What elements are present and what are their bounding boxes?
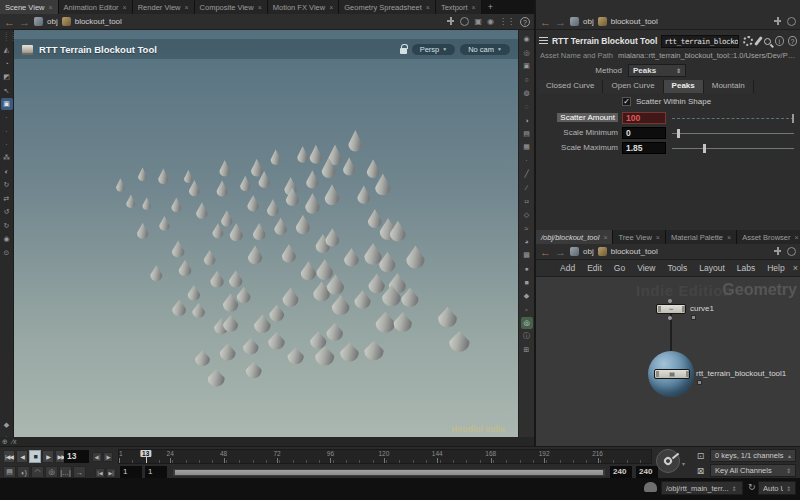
menu-view[interactable]: View — [631, 261, 661, 275]
tab-tree-view[interactable]: Tree View× — [613, 230, 665, 244]
status-ghost-icon[interactable] — [644, 482, 657, 492]
pin-pane-icon[interactable] — [773, 247, 782, 256]
node-label-rtt-terrain-blockout-tool1[interactable]: rtt_terrain_blockout_tool1 — [696, 369, 786, 378]
radial-menu-icon[interactable] — [787, 17, 796, 26]
tab-motion-fx-view[interactable]: Motion FX View× — [268, 0, 339, 14]
info-icon[interactable]: i — [775, 36, 784, 46]
node-output-stub[interactable] — [668, 316, 672, 320]
tab-asset-browser[interactable]: Asset Browser× — [737, 230, 800, 244]
menu-labs[interactable]: Labs — [731, 261, 761, 275]
help-icon[interactable]: ? — [788, 36, 797, 46]
keys-summary-dropdown[interactable]: 0 keys, 1/1 channels▴ — [710, 449, 796, 462]
radial-menu-icon[interactable] — [787, 247, 796, 256]
refresh-icon[interactable]: ↻ — [748, 482, 756, 492]
key-options-chevron-icon[interactable]: ▾ — [682, 460, 685, 467]
display-points-icon[interactable]: ○ — [521, 74, 533, 86]
scale-minimum-slider[interactable] — [672, 133, 794, 134]
range-end-field[interactable]: 240 — [610, 466, 632, 478]
menu-help[interactable]: Help — [761, 261, 790, 275]
key-menu-dropdown[interactable]: Key All Channels⇕ — [710, 464, 796, 477]
help-icon[interactable]: ? — [520, 17, 530, 27]
nav-back-icon[interactable]: ← — [4, 17, 15, 27]
orbit-tool-icon[interactable]: ⇄ — [1, 193, 13, 205]
menu-go[interactable]: Go — [608, 261, 631, 275]
clipboard-flipbook-icon[interactable]: ▤ — [3, 466, 16, 478]
display-markers-icon[interactable]: ◑ — [521, 114, 533, 126]
measure-tool-icon[interactable]: ╱ — [521, 168, 533, 180]
secure-selection-lock-icon[interactable]: ▣ — [1, 98, 13, 110]
cube-display-icon[interactable]: ■ — [521, 276, 533, 288]
node-badge-icon[interactable] — [697, 380, 702, 385]
info-circle-icon[interactable]: ⓘ — [521, 330, 533, 342]
follow-playhead-icon[interactable]: → — [73, 466, 86, 478]
nav-back-icon[interactable]: ← — [540, 17, 551, 27]
pin-pane-icon[interactable] — [773, 17, 782, 26]
primitive-mode-icon[interactable]: · — [1, 139, 13, 151]
hide-other-objects-icon[interactable]: ◉ — [521, 33, 533, 45]
folder-tab-closed-curve[interactable]: Closed Curve — [538, 80, 603, 93]
close-tab-icon[interactable]: × — [603, 234, 607, 241]
global-end-field[interactable]: 240 — [636, 466, 658, 478]
tab-animation-editor[interactable]: Animation Editor× — [59, 0, 133, 14]
step-forward-button[interactable]: |▶ — [103, 452, 113, 462]
character-shelf-icon[interactable]: ◆ — [1, 419, 13, 431]
node-curve1[interactable]: ∼ — [656, 304, 686, 314]
tab-material-palette[interactable]: Material Palette× — [666, 230, 737, 244]
playhead-marker[interactable]: 13 — [140, 450, 151, 457]
folder-tab-open-curve[interactable]: Open Curve — [603, 80, 663, 93]
expression-pen-icon[interactable]: ∕x — [12, 438, 17, 445]
node-name-field[interactable]: rtt_terrain_blockout_tool1 — [661, 35, 738, 48]
annotate-tool-icon[interactable]: ∕ — [521, 182, 533, 194]
radial-menu-icon[interactable] — [460, 17, 469, 26]
current-frame-field[interactable]: 13 — [64, 450, 89, 463]
close-tab-icon[interactable]: × — [794, 234, 798, 241]
realtime-clock-icon[interactable]: ◎ — [45, 466, 58, 478]
stop-button[interactable]: ■ — [29, 450, 41, 463]
lock-camera-icon[interactable]: ▣ — [521, 60, 533, 72]
camera-persp-button[interactable]: Persp▼ — [412, 44, 456, 55]
paint-tool-icon[interactable]: ◐ — [1, 166, 13, 178]
scale-minimum-label[interactable]: Scale Minimum — [536, 128, 618, 137]
nav-forward-icon[interactable]: → — [19, 17, 30, 27]
edge-mode-icon[interactable]: · — [1, 125, 13, 137]
camera-nocam-button[interactable]: No cam▼ — [460, 44, 510, 55]
viewport-lock-icon[interactable] — [400, 48, 407, 54]
background-image-icon[interactable]: ▤ — [521, 128, 533, 140]
menu-add[interactable]: Add — [554, 261, 581, 275]
dopnet-arc-icon[interactable]: ◠ — [31, 466, 44, 478]
scatter-amount-ladder-slider[interactable] — [672, 118, 794, 119]
options-dot-icon[interactable]: · — [521, 155, 533, 167]
menu-edit[interactable]: Edit — [581, 261, 608, 275]
ghost-other-objects-icon[interactable]: ◎ — [521, 47, 533, 59]
revert-channels-icon[interactable]: ⊠ — [694, 464, 707, 477]
shaded-mode-icon[interactable]: ◕ — [521, 236, 533, 248]
play-forward-button[interactable]: ▶ — [42, 450, 54, 463]
view-pin-icon[interactable]: ◎ — [521, 317, 533, 329]
grid-display-icon[interactable]: ⊞ — [521, 344, 533, 356]
handles-display-icon[interactable]: ◇ — [521, 209, 533, 221]
rotate-tool-icon[interactable]: ↻ — [1, 179, 13, 191]
slider-handle[interactable] — [703, 144, 706, 153]
crate-display-icon[interactable]: ▫ — [521, 303, 533, 315]
tab-geometry-spreadsheet[interactable]: Geometry Spreadsheet× — [339, 0, 436, 14]
slider-handle[interactable] — [677, 129, 680, 138]
gear-menu-icon[interactable] — [743, 36, 753, 46]
node-rtt-terrain-blockout-tool1[interactable]: ▤ — [654, 369, 690, 379]
search-icon[interactable] — [764, 38, 771, 45]
wireframe-grid-icon[interactable]: ▩ — [521, 249, 533, 261]
tab-scene-view[interactable]: Scene View× — [0, 0, 59, 14]
tab-network-path[interactable]: /obj/blockout_tool× — [536, 230, 613, 244]
sphere-display-icon[interactable]: ● — [521, 263, 533, 275]
menu-layout[interactable]: Layout — [693, 261, 731, 275]
scale-minimum-field[interactable]: 0 — [622, 127, 666, 139]
breadcrumb-node[interactable]: blockout_tool — [611, 17, 658, 26]
scoped-channels-icon[interactable]: ⊡ — [694, 449, 707, 462]
scale-maximum-field[interactable]: 1.85 — [622, 142, 666, 154]
breadcrumb-node[interactable]: blockout_tool — [75, 17, 122, 26]
network-graph[interactable]: Indie Edition Geometry ∼ curve1 ▤ rtt_te… — [536, 277, 800, 446]
timeline-ruler[interactable]: 12448729612014416819221613 — [118, 449, 652, 464]
nav-forward-icon[interactable]: → — [555, 17, 566, 27]
close-tab-icon[interactable]: × — [329, 4, 333, 11]
close-tab-icon[interactable]: × — [656, 234, 660, 241]
twist-tool-icon[interactable]: ↺ — [1, 206, 13, 218]
